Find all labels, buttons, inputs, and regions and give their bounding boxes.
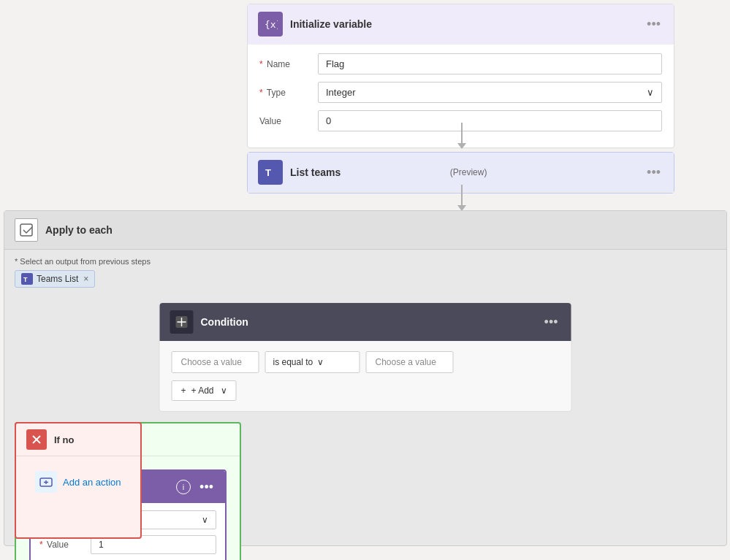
if-no-body: Add an action — [16, 456, 140, 507]
add-action-label: Add an action — [63, 477, 121, 488]
if-no-icon — [26, 429, 47, 450]
init-var-title: Initialize variable — [290, 18, 644, 30]
teams-icon: T — [258, 160, 283, 185]
tag-teams-icon: T — [21, 273, 33, 285]
set-var-menu[interactable]: ••• — [197, 480, 216, 495]
add-action-button[interactable]: Add an action — [25, 465, 132, 499]
teams-list-tag[interactable]: T Teams List × — [15, 270, 95, 288]
value-label: Value — [259, 116, 318, 126]
init-var-menu[interactable]: ••• — [644, 17, 664, 32]
plus-icon: + — [181, 386, 186, 396]
if-no-title: If no — [54, 434, 74, 445]
apply-each-header: Apply to each — [4, 211, 726, 250]
value-input[interactable] — [318, 110, 662, 131]
connector-line — [461, 123, 463, 143]
add-action-icon — [35, 471, 57, 493]
svg-text:T: T — [23, 276, 28, 283]
condition-body: Choose a value is equal to ∨ Choose a va… — [160, 341, 571, 411]
name-input[interactable] — [318, 53, 662, 74]
list-teams-menu[interactable]: ••• — [644, 165, 664, 180]
chevron-down-icon: ∨ — [647, 87, 654, 98]
choose-value-left[interactable]: Choose a value — [172, 351, 259, 373]
condition-card: Condition ••• Choose a value is equal to… — [159, 302, 572, 412]
chevron-down-icon-3: ∨ — [202, 515, 208, 525]
condition-header: Condition ••• — [160, 303, 571, 341]
apply-each-container: Apply to each * Select an output from pr… — [4, 210, 727, 546]
connector-1 — [457, 123, 466, 152]
svg-rect-3 — [20, 224, 32, 236]
tag-label: Teams List — [37, 274, 78, 284]
apply-each-body: * Select an output from previous steps T… — [4, 250, 726, 429]
svg-text:{x}: {x} — [265, 19, 278, 30]
condition-menu[interactable]: ••• — [541, 315, 561, 330]
condition-icon — [170, 310, 194, 334]
is-equal-dropdown[interactable]: is equal to ∨ — [265, 351, 360, 373]
sv-value-label: * Value — [39, 540, 91, 550]
name-label: * Name — [259, 59, 318, 69]
condition-title: Condition — [201, 316, 541, 328]
if-no-header: If no — [16, 423, 140, 456]
condition-row: Choose a value is equal to ∨ Choose a va… — [172, 351, 560, 373]
init-var-icon: {x} — [258, 12, 283, 37]
connector-arrow — [457, 143, 466, 149]
apply-icon — [15, 218, 38, 242]
tag-close-icon[interactable]: × — [83, 274, 88, 284]
type-label: * Type — [259, 88, 318, 98]
select-output-label: * Select an output from previous steps — [15, 257, 716, 266]
add-button[interactable]: + + Add ∨ — [172, 380, 237, 401]
svg-text:T: T — [265, 167, 271, 178]
chevron-down-icon-2: ∨ — [317, 357, 324, 367]
connector-line-2 — [461, 185, 463, 205]
type-select[interactable]: Integer ∨ — [318, 82, 662, 103]
info-icon[interactable]: i — [176, 480, 191, 494]
apply-each-title: Apply to each — [45, 224, 113, 236]
workflow-canvas: {x} Initialize variable ••• * Name * Typ… — [0, 0, 730, 560]
connector-2 — [457, 185, 466, 214]
add-caret-icon: ∨ — [221, 386, 227, 396]
list-teams-title: List teams — [290, 166, 447, 178]
tag-row: T Teams List × — [15, 270, 716, 288]
preview-label: (Preview) — [450, 167, 487, 177]
if-no-panel: If no Add an action — [15, 422, 142, 539]
choose-value-right[interactable]: Choose a value — [366, 351, 454, 373]
